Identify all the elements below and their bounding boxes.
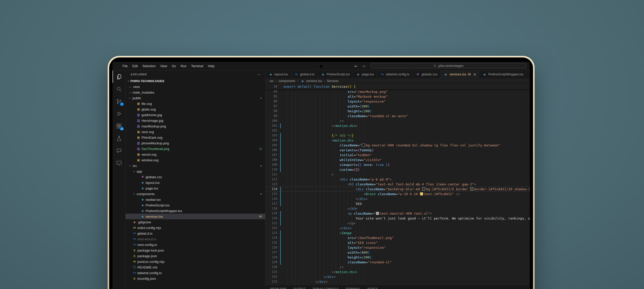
tree-item-package.json[interactable]: {}package.json <box>126 253 265 259</box>
activity-run-debug-icon[interactable] <box>113 107 125 120</box>
line-number[interactable]: 107 <box>265 153 277 157</box>
tree-item-window.svg[interactable]: ▣window.svg <box>126 157 265 163</box>
code-line-110[interactable]: 110 custom={2} <box>265 167 530 172</box>
code-line-128[interactable]: 128 height={200} <box>265 255 530 260</box>
nav-forward-icon[interactable]: → <box>362 64 365 68</box>
tree-item-.gitignore[interactable]: ◆.gitignore <box>126 219 265 225</box>
code-line-120[interactable]: 120 Your site won’t just look good — it’… <box>265 216 530 221</box>
activity-chat-icon[interactable] <box>113 144 125 157</box>
line-number[interactable]: 128 <box>265 255 277 260</box>
code-line-99[interactable]: 99 className="rounded-xl mx-auto" <box>265 114 530 118</box>
menu-terminal[interactable]: Terminal <box>189 64 206 68</box>
menu-view[interactable]: View <box>158 64 169 68</box>
code-line-121[interactable]: 121 </p> <box>265 221 530 226</box>
code-line-95[interactable]: 95 alt="Macbook mockup" <box>265 94 530 99</box>
code-line-123[interactable]: 123 <Image <box>265 231 530 235</box>
code-line-129[interactable]: 129 className="rounded-xl" <box>265 260 530 265</box>
line-number[interactable]: 99 <box>265 114 277 118</box>
code-line-104[interactable]: 104 <motion.div <box>265 138 530 143</box>
code-line-116[interactable]: 116 </div> <box>265 196 530 201</box>
tree-item-PhiroDark.svg[interactable]: ▣PhiroDark.svg <box>126 135 265 140</box>
tree-item-layout.tsx[interactable]: ◈layout.tsx <box>126 180 265 185</box>
tree-item-README.md[interactable]: ⓘREADME.md <box>126 264 265 270</box>
line-number[interactable]: 123 <box>265 231 277 235</box>
tree-item-app[interactable]: ›app <box>126 168 265 174</box>
code-line-109[interactable]: 109 viewport={{ once: true }} <box>265 162 530 167</box>
line-number[interactable]: 110 <box>265 167 277 172</box>
code-line-101[interactable]: 101 </motion.div> <box>265 123 530 128</box>
tree-item-PrelineScript.tsx[interactable]: ◈PrelineScript.tsx <box>126 202 265 208</box>
close-icon[interactable]: × <box>473 72 476 76</box>
code-line-114[interactable]: 114 <div className="backdrop-blur-md bg-… <box>265 187 530 192</box>
tree-item-public[interactable]: ›public● <box>126 95 265 101</box>
code-line-98[interactable]: 98 height={200} <box>265 109 530 114</box>
code-line-108[interactable]: 108 whileInView="visible" <box>265 157 530 162</box>
activity-extensions-icon[interactable]: 11 <box>113 120 125 132</box>
line-number[interactable]: 108 <box>265 157 277 162</box>
line-number[interactable]: 127 <box>265 250 277 255</box>
line-number[interactable]: 94 <box>265 89 277 94</box>
panel-tab-ports[interactable]: PORTS <box>367 287 378 289</box>
line-number[interactable]: 103 <box>265 133 277 138</box>
menu-selection[interactable]: Selection <box>140 64 158 68</box>
panel-tab-debug-console[interactable]: DEBUG CONSOLE <box>313 287 339 289</box>
code-line-106[interactable]: 106 variants={fadeUp} <box>265 148 530 153</box>
tab-page.tsx[interactable]: ◈page.tsx <box>353 71 377 78</box>
line-number[interactable]: 115 <box>265 192 277 196</box>
line-number[interactable]: 125 <box>265 240 277 245</box>
code-line-126[interactable]: 126 layout="responsive" <box>265 245 530 250</box>
code-line-118[interactable]: 118 </h3> <box>265 206 530 211</box>
code-line-96[interactable]: 96 layout="responsive" <box>265 99 530 104</box>
panel-tab-output[interactable]: OUTPUT <box>293 287 306 289</box>
activity-remote-explorer-icon[interactable] <box>113 157 125 169</box>
menu-edit[interactable]: Edit <box>130 64 140 68</box>
line-number[interactable]: 119 <box>265 211 277 216</box>
code-line-102[interactable]: 102 <box>265 128 530 133</box>
explorer-more-actions-icon[interactable]: ⋯ <box>258 72 261 76</box>
breadcrumb-item-src[interactable]: src <box>270 79 274 83</box>
code-line-132[interactable]: 132 </div> <box>265 274 530 279</box>
code-line-125[interactable]: 125 alt="SEO icons" <box>265 240 530 245</box>
menu-go[interactable]: Go <box>169 64 178 68</box>
tree-item-page.tsx[interactable]: ◈page.tsx <box>126 185 265 191</box>
tree-item-macMockup.png[interactable]: ▨macMockup.png <box>126 123 265 129</box>
line-number[interactable]: 98 <box>265 109 277 114</box>
line-number[interactable]: 133 <box>265 279 277 284</box>
tree-item-next.config.ts[interactable]: TSnext.config.ts <box>126 242 265 247</box>
tree-item-next.svg[interactable]: ▣next.svg <box>126 129 265 135</box>
line-number[interactable]: 126 <box>265 245 277 250</box>
line-number[interactable]: 131 <box>265 270 277 274</box>
activity-search-icon[interactable] <box>113 83 125 95</box>
line-number[interactable]: 121 <box>265 221 277 226</box>
activity-testing-icon[interactable] <box>113 132 125 144</box>
code-line-97[interactable]: 97 width={500} <box>265 104 530 109</box>
line-number[interactable]: 106 <box>265 148 277 153</box>
line-number[interactable]: 104 <box>265 138 277 143</box>
line-number[interactable]: 116 <box>265 196 277 201</box>
tree-item-file.svg[interactable]: ▣file.svg <box>126 101 265 106</box>
line-number[interactable]: 105 <box>265 143 277 148</box>
code-line-131[interactable]: 131 </motion.div> <box>265 270 530 274</box>
code-line-133[interactable]: 133 </div> <box>265 279 530 284</box>
command-center[interactable]: phiro-technologies <box>371 63 526 68</box>
tree-item-HeroImage.jpg[interactable]: ▨HeroImage.jpg <box>126 118 265 123</box>
code-line-103[interactable]: 103 {/* SEO */} <box>265 133 530 138</box>
tree-item-globe.svg[interactable]: ▣globe.svg <box>126 106 265 112</box>
code-line-122[interactable]: 122 </div> <box>265 226 530 231</box>
line-number[interactable]: 117 <box>265 201 277 206</box>
line-number[interactable]: 124 <box>265 235 277 240</box>
code-line-94[interactable]: 94 src="/macMockup.png" <box>265 89 530 94</box>
code-line-111[interactable]: 111 > <box>265 172 530 177</box>
line-number[interactable]: 130 <box>265 265 277 270</box>
tree-item-phoneMockup.png[interactable]: ▨phoneMockup.png <box>126 140 265 146</box>
tab-PrelineScriptWrapper.tsx[interactable]: ◈PrelineScriptWrapper.tsx <box>479 71 526 78</box>
tree-item-PrelineScriptWrapper.tsx[interactable]: ◈PrelineScriptWrapper.tsx <box>126 208 265 214</box>
menu-run[interactable]: Run <box>178 64 189 68</box>
line-number[interactable]: 101 <box>265 123 277 128</box>
code-line-124[interactable]: 124 src="/SeoThumbnail.png" <box>265 235 530 240</box>
code-line-130[interactable]: 130 /> <box>265 265 530 270</box>
tree-item-goldHome.jpg[interactable]: ▨goldHome.jpg <box>126 112 265 118</box>
tree-item-next-env.d.ts[interactable]: TSnext-env.d.ts <box>126 236 265 242</box>
code-line-105[interactable]: 105 className="bg-neutral-900 rounded-3x… <box>265 143 530 148</box>
tab-layout.tsx[interactable]: ◈layout.tsx <box>265 71 291 78</box>
